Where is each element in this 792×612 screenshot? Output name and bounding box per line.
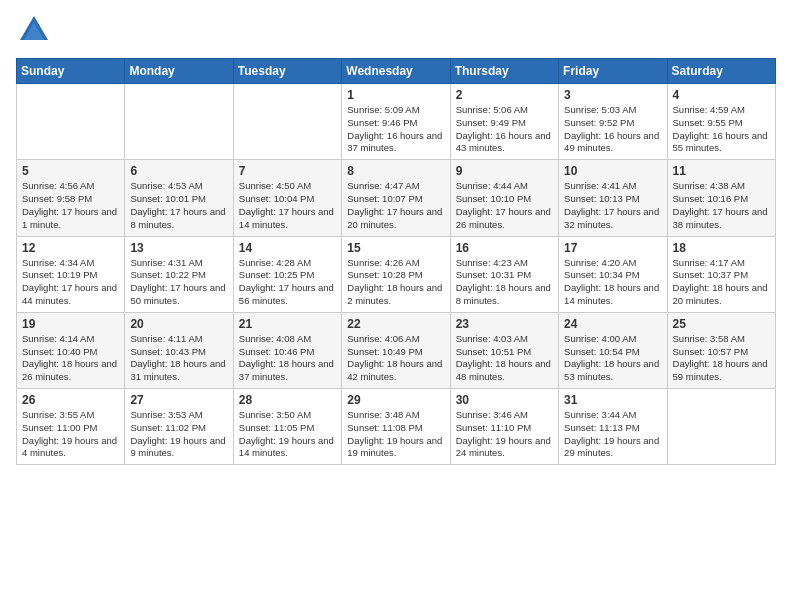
day-number: 18: [673, 241, 770, 255]
day-info: Sunrise: 4:28 AM Sunset: 10:25 PM Daylig…: [239, 257, 336, 308]
calendar-cell: 23Sunrise: 4:03 AM Sunset: 10:51 PM Dayl…: [450, 312, 558, 388]
calendar-cell: 6Sunrise: 4:53 AM Sunset: 10:01 PM Dayli…: [125, 160, 233, 236]
calendar-cell: 25Sunrise: 3:58 AM Sunset: 10:57 PM Dayl…: [667, 312, 775, 388]
calendar-cell: 7Sunrise: 4:50 AM Sunset: 10:04 PM Dayli…: [233, 160, 341, 236]
day-info: Sunrise: 4:56 AM Sunset: 9:58 PM Dayligh…: [22, 180, 119, 231]
calendar-cell: 21Sunrise: 4:08 AM Sunset: 10:46 PM Dayl…: [233, 312, 341, 388]
day-info: Sunrise: 3:50 AM Sunset: 11:05 PM Daylig…: [239, 409, 336, 460]
calendar-cell: 11Sunrise: 4:38 AM Sunset: 10:16 PM Dayl…: [667, 160, 775, 236]
day-number: 9: [456, 164, 553, 178]
calendar-cell: 4Sunrise: 4:59 AM Sunset: 9:55 PM Daylig…: [667, 84, 775, 160]
calendar-cell: 5Sunrise: 4:56 AM Sunset: 9:58 PM Daylig…: [17, 160, 125, 236]
calendar-cell: 13Sunrise: 4:31 AM Sunset: 10:22 PM Dayl…: [125, 236, 233, 312]
day-number: 16: [456, 241, 553, 255]
calendar-cell: 12Sunrise: 4:34 AM Sunset: 10:19 PM Dayl…: [17, 236, 125, 312]
calendar-cell: 26Sunrise: 3:55 AM Sunset: 11:00 PM Dayl…: [17, 389, 125, 465]
calendar-cell: [233, 84, 341, 160]
day-number: 21: [239, 317, 336, 331]
day-info: Sunrise: 3:55 AM Sunset: 11:00 PM Daylig…: [22, 409, 119, 460]
day-number: 4: [673, 88, 770, 102]
day-info: Sunrise: 4:17 AM Sunset: 10:37 PM Daylig…: [673, 257, 770, 308]
day-number: 1: [347, 88, 444, 102]
calendar-cell: 17Sunrise: 4:20 AM Sunset: 10:34 PM Dayl…: [559, 236, 667, 312]
day-info: Sunrise: 4:03 AM Sunset: 10:51 PM Daylig…: [456, 333, 553, 384]
day-number: 30: [456, 393, 553, 407]
day-number: 6: [130, 164, 227, 178]
calendar-cell: 30Sunrise: 3:46 AM Sunset: 11:10 PM Dayl…: [450, 389, 558, 465]
day-number: 17: [564, 241, 661, 255]
day-number: 28: [239, 393, 336, 407]
day-info: Sunrise: 5:03 AM Sunset: 9:52 PM Dayligh…: [564, 104, 661, 155]
day-info: Sunrise: 4:08 AM Sunset: 10:46 PM Daylig…: [239, 333, 336, 384]
calendar-cell: 19Sunrise: 4:14 AM Sunset: 10:40 PM Dayl…: [17, 312, 125, 388]
calendar-cell: [17, 84, 125, 160]
day-info: Sunrise: 5:09 AM Sunset: 9:46 PM Dayligh…: [347, 104, 444, 155]
logo-icon: [16, 12, 52, 48]
calendar-cell: 14Sunrise: 4:28 AM Sunset: 10:25 PM Dayl…: [233, 236, 341, 312]
day-info: Sunrise: 3:53 AM Sunset: 11:02 PM Daylig…: [130, 409, 227, 460]
day-info: Sunrise: 4:23 AM Sunset: 10:31 PM Daylig…: [456, 257, 553, 308]
day-info: Sunrise: 3:48 AM Sunset: 11:08 PM Daylig…: [347, 409, 444, 460]
calendar-cell: [125, 84, 233, 160]
day-number: 7: [239, 164, 336, 178]
calendar-cell: 1Sunrise: 5:09 AM Sunset: 9:46 PM Daylig…: [342, 84, 450, 160]
calendar-cell: 3Sunrise: 5:03 AM Sunset: 9:52 PM Daylig…: [559, 84, 667, 160]
calendar-header-monday: Monday: [125, 59, 233, 84]
day-number: 20: [130, 317, 227, 331]
calendar-header-sunday: Sunday: [17, 59, 125, 84]
calendar-table: SundayMondayTuesdayWednesdayThursdayFrid…: [16, 58, 776, 465]
day-info: Sunrise: 4:06 AM Sunset: 10:49 PM Daylig…: [347, 333, 444, 384]
day-info: Sunrise: 4:41 AM Sunset: 10:13 PM Daylig…: [564, 180, 661, 231]
day-number: 25: [673, 317, 770, 331]
day-info: Sunrise: 3:44 AM Sunset: 11:13 PM Daylig…: [564, 409, 661, 460]
day-number: 2: [456, 88, 553, 102]
day-number: 5: [22, 164, 119, 178]
day-number: 8: [347, 164, 444, 178]
day-info: Sunrise: 4:50 AM Sunset: 10:04 PM Daylig…: [239, 180, 336, 231]
calendar-week-row: 1Sunrise: 5:09 AM Sunset: 9:46 PM Daylig…: [17, 84, 776, 160]
calendar-cell: 31Sunrise: 3:44 AM Sunset: 11:13 PM Dayl…: [559, 389, 667, 465]
day-number: 29: [347, 393, 444, 407]
calendar-cell: 28Sunrise: 3:50 AM Sunset: 11:05 PM Dayl…: [233, 389, 341, 465]
day-info: Sunrise: 4:14 AM Sunset: 10:40 PM Daylig…: [22, 333, 119, 384]
day-info: Sunrise: 5:06 AM Sunset: 9:49 PM Dayligh…: [456, 104, 553, 155]
day-info: Sunrise: 4:11 AM Sunset: 10:43 PM Daylig…: [130, 333, 227, 384]
calendar-header-thursday: Thursday: [450, 59, 558, 84]
calendar-cell: 22Sunrise: 4:06 AM Sunset: 10:49 PM Dayl…: [342, 312, 450, 388]
calendar-week-row: 19Sunrise: 4:14 AM Sunset: 10:40 PM Dayl…: [17, 312, 776, 388]
day-info: Sunrise: 4:38 AM Sunset: 10:16 PM Daylig…: [673, 180, 770, 231]
day-number: 27: [130, 393, 227, 407]
day-info: Sunrise: 4:00 AM Sunset: 10:54 PM Daylig…: [564, 333, 661, 384]
calendar-cell: 15Sunrise: 4:26 AM Sunset: 10:28 PM Dayl…: [342, 236, 450, 312]
day-number: 15: [347, 241, 444, 255]
header: [16, 12, 776, 48]
calendar-cell: 24Sunrise: 4:00 AM Sunset: 10:54 PM Dayl…: [559, 312, 667, 388]
day-info: Sunrise: 4:53 AM Sunset: 10:01 PM Daylig…: [130, 180, 227, 231]
day-info: Sunrise: 4:34 AM Sunset: 10:19 PM Daylig…: [22, 257, 119, 308]
day-info: Sunrise: 4:31 AM Sunset: 10:22 PM Daylig…: [130, 257, 227, 308]
calendar-header-saturday: Saturday: [667, 59, 775, 84]
calendar-cell: 18Sunrise: 4:17 AM Sunset: 10:37 PM Dayl…: [667, 236, 775, 312]
day-info: Sunrise: 4:44 AM Sunset: 10:10 PM Daylig…: [456, 180, 553, 231]
calendar-header-tuesday: Tuesday: [233, 59, 341, 84]
calendar-week-row: 5Sunrise: 4:56 AM Sunset: 9:58 PM Daylig…: [17, 160, 776, 236]
day-info: Sunrise: 4:59 AM Sunset: 9:55 PM Dayligh…: [673, 104, 770, 155]
day-number: 23: [456, 317, 553, 331]
day-number: 11: [673, 164, 770, 178]
day-info: Sunrise: 4:20 AM Sunset: 10:34 PM Daylig…: [564, 257, 661, 308]
calendar-cell: 10Sunrise: 4:41 AM Sunset: 10:13 PM Dayl…: [559, 160, 667, 236]
day-number: 3: [564, 88, 661, 102]
day-info: Sunrise: 3:46 AM Sunset: 11:10 PM Daylig…: [456, 409, 553, 460]
day-number: 22: [347, 317, 444, 331]
calendar-cell: [667, 389, 775, 465]
calendar-cell: 20Sunrise: 4:11 AM Sunset: 10:43 PM Dayl…: [125, 312, 233, 388]
calendar-cell: 2Sunrise: 5:06 AM Sunset: 9:49 PM Daylig…: [450, 84, 558, 160]
calendar-cell: 9Sunrise: 4:44 AM Sunset: 10:10 PM Dayli…: [450, 160, 558, 236]
calendar-week-row: 12Sunrise: 4:34 AM Sunset: 10:19 PM Dayl…: [17, 236, 776, 312]
calendar-cell: 27Sunrise: 3:53 AM Sunset: 11:02 PM Dayl…: [125, 389, 233, 465]
day-number: 13: [130, 241, 227, 255]
calendar-cell: 29Sunrise: 3:48 AM Sunset: 11:08 PM Dayl…: [342, 389, 450, 465]
day-number: 19: [22, 317, 119, 331]
day-number: 14: [239, 241, 336, 255]
day-number: 24: [564, 317, 661, 331]
